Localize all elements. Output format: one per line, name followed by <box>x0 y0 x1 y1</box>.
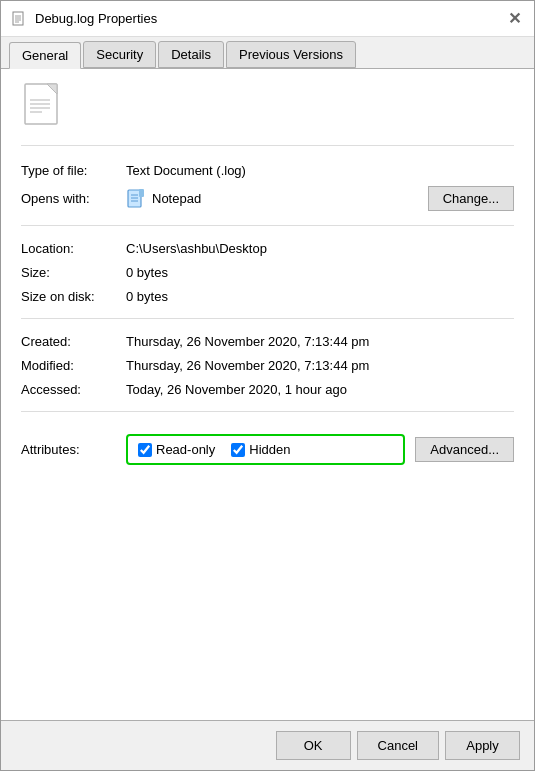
hidden-label: Hidden <box>249 442 290 457</box>
title-bar-left: Debug.log Properties <box>11 11 157 27</box>
tab-general[interactable]: General <box>9 42 81 69</box>
cancel-button[interactable]: Cancel <box>357 731 439 760</box>
change-button[interactable]: Change... <box>428 186 514 211</box>
window-title: Debug.log Properties <box>35 11 157 26</box>
file-type-section: Type of file: Text Document (.log) Opens… <box>21 158 514 226</box>
attributes-row: Attributes: Read-only Hidden Advanced... <box>21 430 514 469</box>
dates-section: Created: Thursday, 26 November 2020, 7:1… <box>21 329 514 412</box>
file-icon-area <box>21 85 514 146</box>
opens-with-app: Notepad <box>152 191 201 206</box>
close-button[interactable]: ✕ <box>504 9 524 29</box>
content-area: Type of file: Text Document (.log) Opens… <box>1 69 534 720</box>
apply-button[interactable]: Apply <box>445 731 520 760</box>
created-label: Created: <box>21 334 126 349</box>
readonly-label: Read-only <box>156 442 215 457</box>
created-value: Thursday, 26 November 2020, 7:13:44 pm <box>126 334 514 349</box>
readonly-checkbox[interactable] <box>138 443 152 457</box>
accessed-value: Today, 26 November 2020, 1 hour ago <box>126 382 514 397</box>
modified-value: Thursday, 26 November 2020, 7:13:44 pm <box>126 358 514 373</box>
accessed-row: Accessed: Today, 26 November 2020, 1 hou… <box>21 377 514 401</box>
size-on-disk-label: Size on disk: <box>21 289 126 304</box>
file-icon <box>21 85 69 133</box>
tab-bar: General Security Details Previous Versio… <box>1 37 534 69</box>
modified-row: Modified: Thursday, 26 November 2020, 7:… <box>21 353 514 377</box>
type-value: Text Document (.log) <box>126 163 514 178</box>
ok-button[interactable]: OK <box>276 731 351 760</box>
title-bar: Debug.log Properties ✕ <box>1 1 534 37</box>
type-row: Type of file: Text Document (.log) <box>21 158 514 182</box>
tab-security[interactable]: Security <box>83 41 156 68</box>
advanced-button[interactable]: Advanced... <box>415 437 514 462</box>
size-on-disk-row: Size on disk: 0 bytes <box>21 284 514 308</box>
size-value: 0 bytes <box>126 265 514 280</box>
attributes-controls: Read-only Hidden <box>126 434 405 465</box>
footer: OK Cancel Apply <box>1 720 534 770</box>
location-section: Location: C:\Users\ashbu\Desktop Size: 0… <box>21 236 514 319</box>
modified-label: Modified: <box>21 358 126 373</box>
hidden-checkbox[interactable] <box>231 443 245 457</box>
svg-rect-15 <box>139 189 144 197</box>
tab-details[interactable]: Details <box>158 41 224 68</box>
properties-window: Debug.log Properties ✕ General Security … <box>0 0 535 771</box>
location-label: Location: <box>21 241 126 256</box>
location-row: Location: C:\Users\ashbu\Desktop <box>21 236 514 260</box>
location-value: C:\Users\ashbu\Desktop <box>126 241 514 256</box>
opens-with-left: Notepad <box>126 189 428 209</box>
opens-with-row: Opens with: Notepad Change... <box>21 182 514 215</box>
title-bar-icon <box>11 11 27 27</box>
created-row: Created: Thursday, 26 November 2020, 7:1… <box>21 329 514 353</box>
accessed-label: Accessed: <box>21 382 126 397</box>
readonly-checkbox-item: Read-only <box>138 442 215 457</box>
type-label: Type of file: <box>21 163 126 178</box>
size-row: Size: 0 bytes <box>21 260 514 284</box>
hidden-checkbox-item: Hidden <box>231 442 290 457</box>
svg-rect-0 <box>13 12 23 25</box>
attributes-section: Attributes: Read-only Hidden Advanced... <box>21 422 514 477</box>
opens-with-label: Opens with: <box>21 191 126 206</box>
attributes-label: Attributes: <box>21 442 126 457</box>
tab-previous-versions[interactable]: Previous Versions <box>226 41 356 68</box>
size-on-disk-value: 0 bytes <box>126 289 514 304</box>
notepad-icon <box>126 189 146 209</box>
size-label: Size: <box>21 265 126 280</box>
